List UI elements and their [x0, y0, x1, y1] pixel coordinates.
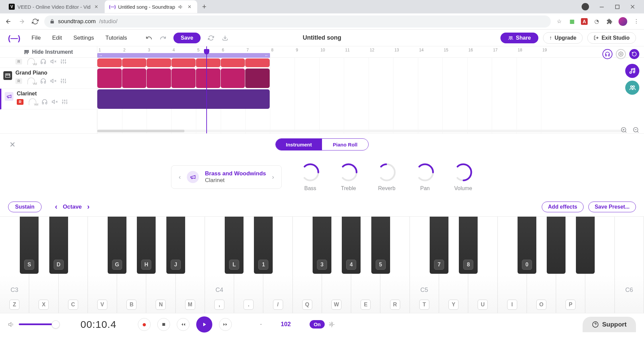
- metronome-toggle[interactable]: On: [310, 320, 325, 329]
- logo-icon[interactable]: (—): [8, 34, 20, 42]
- collaborators-button[interactable]: [625, 81, 639, 95]
- clip[interactable]: [97, 58, 122, 67]
- black-key[interactable]: [576, 217, 595, 274]
- mute-icon[interactable]: [50, 78, 56, 84]
- record-arm-button[interactable]: R: [15, 78, 22, 84]
- black-key[interactable]: G: [108, 217, 126, 274]
- volume-slider[interactable]: [19, 323, 59, 325]
- clip[interactable]: [97, 89, 270, 109]
- octave-up-icon[interactable]: ›: [87, 203, 90, 211]
- timeline-scrollbar[interactable]: [97, 129, 624, 133]
- url-input[interactable]: soundtrap.com/studio/: [44, 15, 551, 28]
- menu-edit[interactable]: Edit: [52, 35, 62, 41]
- upgrade-button[interactable]: ↑Upgrade: [543, 32, 583, 44]
- knob-volume[interactable]: Volume: [453, 163, 473, 191]
- track-header[interactable]: R: [0, 58, 97, 68]
- undo-icon[interactable]: [145, 34, 153, 42]
- loop-end-icon[interactable]: ←: [265, 53, 269, 58]
- play-button[interactable]: [196, 316, 212, 333]
- headphones-icon[interactable]: [40, 78, 46, 84]
- close-icon[interactable]: ×: [93, 4, 99, 10]
- maximize-icon[interactable]: [614, 4, 620, 9]
- playhead[interactable]: [206, 46, 207, 133]
- clip[interactable]: [196, 58, 220, 67]
- exit-button[interactable]: Exit Studio: [587, 32, 636, 44]
- window-close-icon[interactable]: [630, 4, 635, 9]
- clip[interactable]: [122, 58, 147, 67]
- black-key[interactable]: 0: [518, 217, 536, 274]
- chevron-left-icon[interactable]: ‹: [179, 174, 181, 181]
- timeline-body[interactable]: 12345678910111213141516171819 → ←: [97, 46, 644, 133]
- mute-icon[interactable]: [52, 99, 58, 105]
- speaker-icon[interactable]: [8, 321, 15, 328]
- clip[interactable]: [97, 69, 122, 88]
- save-button[interactable]: Save: [173, 33, 201, 43]
- clip[interactable]: [147, 58, 171, 67]
- star-icon[interactable]: ☆: [555, 18, 563, 25]
- knob-bass[interactable]: Bass: [301, 163, 320, 191]
- headphones-icon[interactable]: [40, 58, 46, 64]
- back-button[interactable]: [4, 17, 13, 26]
- menu-tutorials[interactable]: Tutorials: [105, 35, 127, 41]
- new-tab-button[interactable]: +: [198, 0, 211, 13]
- reload-button[interactable]: [31, 17, 40, 26]
- preset-selector[interactable]: ‹ Brass and Woodwinds Clarinet ›: [171, 165, 282, 189]
- audio-icon[interactable]: [178, 4, 184, 10]
- black-key[interactable]: D: [49, 217, 68, 274]
- knob-treble[interactable]: Treble: [339, 163, 358, 191]
- black-key[interactable]: 1: [254, 217, 273, 274]
- track-header[interactable]: Grand Piano R: [0, 68, 97, 89]
- fx-icon[interactable]: [60, 58, 66, 64]
- clip[interactable]: [196, 69, 220, 88]
- black-key[interactable]: 7: [430, 217, 448, 274]
- redo-icon[interactable]: [159, 34, 167, 42]
- black-key[interactable]: J: [166, 217, 185, 274]
- tab-instrument[interactable]: Instrument: [276, 139, 322, 150]
- save-preset-button[interactable]: Save Preset...: [588, 202, 636, 212]
- extension-icon[interactable]: ◔: [593, 18, 600, 25]
- history-icon[interactable]: [629, 49, 639, 59]
- knob-reverb[interactable]: Reverb: [377, 163, 396, 191]
- add-effects-button[interactable]: Add effects: [542, 202, 584, 212]
- sustain-button[interactable]: Sustain: [8, 202, 42, 212]
- black-key[interactable]: [547, 217, 566, 274]
- loop-start-icon[interactable]: →: [99, 53, 103, 58]
- knob-pan[interactable]: Pan: [415, 163, 435, 191]
- browser-tab-active[interactable]: (—) Untitled song - Soundtrap ×: [105, 0, 197, 13]
- black-key[interactable]: 8: [459, 217, 478, 274]
- volume-knob-icon[interactable]: [28, 98, 38, 105]
- menu-file[interactable]: File: [32, 35, 41, 41]
- browser-tab[interactable]: V VEED - Online Video Editor - Vid ×: [4, 0, 104, 13]
- menu-settings[interactable]: Settings: [73, 35, 94, 41]
- time-display[interactable]: 00:10.4: [80, 319, 116, 330]
- white-key[interactable]: C6: [615, 217, 644, 313]
- gear-icon[interactable]: [616, 49, 626, 59]
- mute-icon[interactable]: [50, 58, 56, 64]
- volume-knob-icon[interactable]: [26, 58, 36, 65]
- zoom-in-icon[interactable]: [621, 127, 628, 134]
- minimize-icon[interactable]: [599, 4, 604, 9]
- extension-icon[interactable]: A: [581, 18, 588, 25]
- black-key[interactable]: 3: [313, 217, 331, 274]
- tab-pianoroll[interactable]: Piano Roll: [322, 139, 368, 150]
- track-header-active[interactable]: Clarinet R: [0, 89, 97, 110]
- rewind-button[interactable]: [177, 318, 190, 331]
- forward-button[interactable]: [17, 17, 26, 26]
- clip[interactable]: [171, 69, 196, 88]
- chevron-right-icon[interactable]: ›: [272, 174, 274, 181]
- headphones-icon[interactable]: [42, 99, 48, 105]
- black-key[interactable]: H: [137, 217, 156, 274]
- music-library-button[interactable]: [625, 64, 639, 78]
- loop-icon[interactable]: [602, 49, 612, 59]
- menu-icon[interactable]: ⋮: [633, 18, 640, 25]
- record-arm-button[interactable]: R: [17, 99, 23, 105]
- stop-button[interactable]: ■: [157, 318, 170, 331]
- bpm-display[interactable]: 102: [281, 321, 291, 328]
- sync-icon[interactable]: [207, 34, 215, 42]
- fx-icon[interactable]: [62, 99, 68, 105]
- avatar[interactable]: [619, 17, 627, 26]
- scroll-thumb[interactable]: [97, 130, 184, 132]
- loop-region[interactable]: → ←: [97, 53, 270, 58]
- zoom-out-icon[interactable]: [633, 127, 640, 134]
- extension-icon[interactable]: ▦: [568, 18, 576, 25]
